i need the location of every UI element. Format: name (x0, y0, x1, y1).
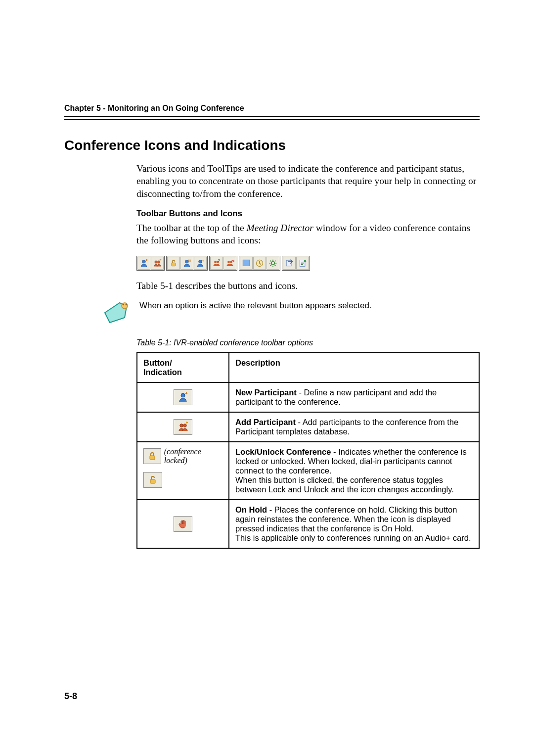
section-title: Conference Icons and Indications (64, 138, 480, 153)
toolbar-group (239, 256, 280, 271)
desc-title: Add Participant (235, 418, 296, 426)
add-participant-icon[interactable] (151, 257, 164, 270)
desc-cell: On Hold - Places the conference on hold.… (229, 500, 479, 548)
meeting-director-em: Meeting Director (247, 223, 313, 233)
report-icon[interactable] (296, 257, 309, 270)
after-toolbar-sentence: Table 5-1 describes the buttons and icon… (136, 280, 480, 292)
intro-paragraph: Various icons and ToolTips are used to i… (136, 162, 480, 200)
note-text: When an option is active the relevant bu… (139, 301, 372, 311)
desc-cell: New Participant - Define a new participa… (229, 382, 479, 412)
desc-cell: Lock/Unlock Conference - Indicates wheth… (229, 442, 479, 500)
secure-icon[interactable] (194, 257, 207, 270)
table-row: On Hold - Places the conference on hold.… (137, 500, 479, 548)
toolbar-sentence: The toolbar at the top of the Meeting Di… (136, 222, 480, 247)
table-caption: Table 5-1: IVR-enabled conference toolba… (136, 338, 480, 347)
desc-title: On Hold (235, 505, 267, 514)
add-participant-icon (174, 419, 192, 435)
options-table: Button/Indication Description New Partic… (136, 352, 480, 549)
toolbar-group (136, 256, 165, 271)
lock-icon (143, 448, 161, 464)
heavy-rule (64, 116, 480, 117)
desc-cell: Add Participant - Add participants to th… (229, 412, 479, 442)
col-desc: Description (229, 353, 479, 382)
export-icon[interactable] (283, 257, 296, 270)
participant-q2-icon[interactable] (223, 257, 236, 270)
svg-point-2 (126, 304, 127, 306)
participant-q1-icon[interactable] (210, 257, 223, 270)
chapter-header: Chapter 5 - Monitoring an On Going Confe… (64, 104, 480, 113)
table-row: Add Participant - Add participants to th… (137, 412, 479, 442)
thin-rule (64, 119, 480, 120)
toolbar-group (166, 256, 208, 271)
on-hold-icon[interactable] (180, 257, 193, 270)
desc-title: Lock/Unlock Conference (235, 447, 331, 456)
toolbar-group (282, 256, 310, 271)
unlock-icon (143, 472, 162, 488)
new-participant-icon[interactable] (137, 257, 150, 270)
note-icon (103, 301, 131, 326)
unlock-icon[interactable] (167, 257, 180, 270)
toolbar-sentence-pre: The toolbar at the top of the (136, 223, 247, 233)
layout-icon[interactable] (240, 257, 253, 270)
icon-cell (137, 412, 229, 442)
svg-point-0 (122, 303, 128, 309)
desc-title: New Participant (235, 388, 297, 397)
clock-icon[interactable] (253, 257, 266, 270)
table-row: New Participant - Define a new participa… (137, 382, 479, 412)
settings-icon[interactable] (267, 257, 279, 270)
sub-heading: Toolbar Buttons and Icons (136, 209, 480, 219)
on-hold-hand-icon (174, 516, 192, 532)
col-button: Button/Indication (137, 353, 229, 382)
page-number: 5-8 (64, 691, 77, 702)
icon-cell: (conference locked) (137, 442, 229, 500)
table-row: (conference locked)Lock/Unlock Conferenc… (137, 442, 479, 500)
toolbar-group (209, 256, 237, 271)
new-participant-icon (174, 389, 192, 405)
toolbar (136, 256, 480, 271)
lock-label: (conference locked) (164, 447, 222, 465)
icon-cell (137, 500, 229, 548)
icon-cell (137, 382, 229, 412)
svg-point-1 (123, 304, 124, 306)
